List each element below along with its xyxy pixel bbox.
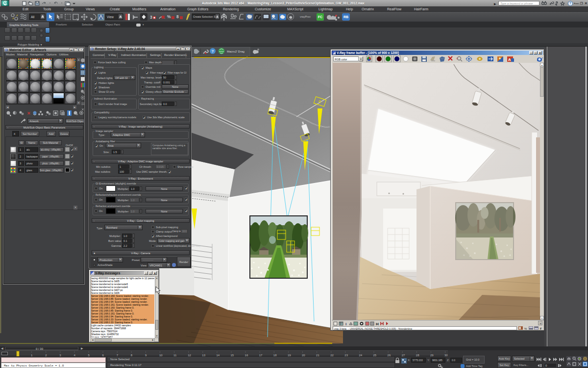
- svg-text:i: i: [345, 322, 346, 326]
- svg-text:?: ?: [569, 1, 571, 5]
- svg-text:F: F: [540, 327, 542, 330]
- svg-text:%: %: [524, 327, 527, 330]
- svg-text:3: 3: [150, 15, 152, 20]
- svg-text:8: 8: [176, 14, 179, 19]
- svg-text:Create Selection Se: Create Selection Se: [193, 15, 217, 18]
- svg-text:?: ?: [212, 49, 214, 53]
- svg-text:A: A: [508, 57, 511, 62]
- svg-text:Macro2' Drag: Macro2' Drag: [227, 50, 245, 53]
- svg-text:✕: ✕: [27, 111, 31, 116]
- svg-text:All: All: [31, 15, 35, 19]
- svg-text:H: H: [376, 322, 379, 326]
- svg-text:View: View: [107, 15, 114, 19]
- svg-text:%: %: [167, 14, 171, 19]
